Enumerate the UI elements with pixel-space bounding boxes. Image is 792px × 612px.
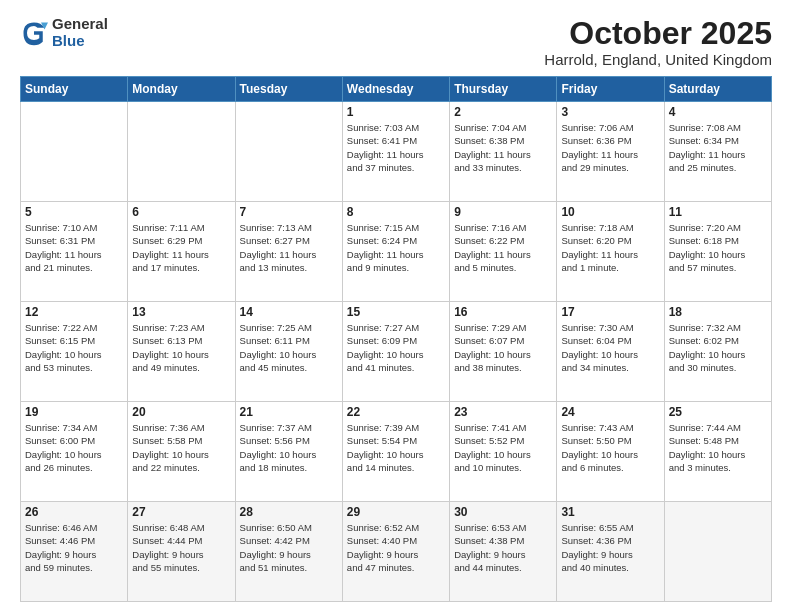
day-number: 14 <box>240 305 338 319</box>
col-monday: Monday <box>128 77 235 102</box>
day-number: 1 <box>347 105 445 119</box>
table-row: 19Sunrise: 7:34 AMSunset: 6:00 PMDayligh… <box>21 402 128 502</box>
calendar-subtitle: Harrold, England, United Kingdom <box>544 51 772 68</box>
logo: General Blue <box>20 16 108 49</box>
table-row: 18Sunrise: 7:32 AMSunset: 6:02 PMDayligh… <box>664 302 771 402</box>
day-info: Sunrise: 7:06 AMSunset: 6:36 PMDaylight:… <box>561 121 659 174</box>
table-row <box>664 502 771 602</box>
day-info: Sunrise: 7:08 AMSunset: 6:34 PMDaylight:… <box>669 121 767 174</box>
calendar-week-1: 5Sunrise: 7:10 AMSunset: 6:31 PMDaylight… <box>21 202 772 302</box>
day-info: Sunrise: 7:37 AMSunset: 5:56 PMDaylight:… <box>240 421 338 474</box>
table-row: 6Sunrise: 7:11 AMSunset: 6:29 PMDaylight… <box>128 202 235 302</box>
table-row: 11Sunrise: 7:20 AMSunset: 6:18 PMDayligh… <box>664 202 771 302</box>
day-info: Sunrise: 7:32 AMSunset: 6:02 PMDaylight:… <box>669 321 767 374</box>
table-row: 2Sunrise: 7:04 AMSunset: 6:38 PMDaylight… <box>450 102 557 202</box>
table-row: 13Sunrise: 7:23 AMSunset: 6:13 PMDayligh… <box>128 302 235 402</box>
col-sunday: Sunday <box>21 77 128 102</box>
calendar-table: Sunday Monday Tuesday Wednesday Thursday… <box>20 76 772 602</box>
day-info: Sunrise: 7:39 AMSunset: 5:54 PMDaylight:… <box>347 421 445 474</box>
col-friday: Friday <box>557 77 664 102</box>
day-info: Sunrise: 7:43 AMSunset: 5:50 PMDaylight:… <box>561 421 659 474</box>
calendar-week-0: 1Sunrise: 7:03 AMSunset: 6:41 PMDaylight… <box>21 102 772 202</box>
table-row: 12Sunrise: 7:22 AMSunset: 6:15 PMDayligh… <box>21 302 128 402</box>
logo-text: General Blue <box>52 16 108 49</box>
day-number: 4 <box>669 105 767 119</box>
day-number: 21 <box>240 405 338 419</box>
day-info: Sunrise: 7:30 AMSunset: 6:04 PMDaylight:… <box>561 321 659 374</box>
table-row: 27Sunrise: 6:48 AMSunset: 4:44 PMDayligh… <box>128 502 235 602</box>
day-number: 8 <box>347 205 445 219</box>
day-info: Sunrise: 7:20 AMSunset: 6:18 PMDaylight:… <box>669 221 767 274</box>
table-row: 21Sunrise: 7:37 AMSunset: 5:56 PMDayligh… <box>235 402 342 502</box>
table-row: 25Sunrise: 7:44 AMSunset: 5:48 PMDayligh… <box>664 402 771 502</box>
day-number: 18 <box>669 305 767 319</box>
table-row: 16Sunrise: 7:29 AMSunset: 6:07 PMDayligh… <box>450 302 557 402</box>
table-row: 7Sunrise: 7:13 AMSunset: 6:27 PMDaylight… <box>235 202 342 302</box>
table-row: 30Sunrise: 6:53 AMSunset: 4:38 PMDayligh… <box>450 502 557 602</box>
day-info: Sunrise: 7:13 AMSunset: 6:27 PMDaylight:… <box>240 221 338 274</box>
calendar-week-3: 19Sunrise: 7:34 AMSunset: 6:00 PMDayligh… <box>21 402 772 502</box>
day-number: 25 <box>669 405 767 419</box>
day-number: 10 <box>561 205 659 219</box>
header: General Blue October 2025 Harrold, Engla… <box>20 16 772 68</box>
page: General Blue October 2025 Harrold, Engla… <box>0 0 792 612</box>
title-block: October 2025 Harrold, England, United Ki… <box>544 16 772 68</box>
table-row: 5Sunrise: 7:10 AMSunset: 6:31 PMDaylight… <box>21 202 128 302</box>
day-number: 22 <box>347 405 445 419</box>
day-info: Sunrise: 7:29 AMSunset: 6:07 PMDaylight:… <box>454 321 552 374</box>
logo-general: General <box>52 16 108 33</box>
table-row: 31Sunrise: 6:55 AMSunset: 4:36 PMDayligh… <box>557 502 664 602</box>
table-row: 24Sunrise: 7:43 AMSunset: 5:50 PMDayligh… <box>557 402 664 502</box>
day-info: Sunrise: 7:04 AMSunset: 6:38 PMDaylight:… <box>454 121 552 174</box>
table-row: 20Sunrise: 7:36 AMSunset: 5:58 PMDayligh… <box>128 402 235 502</box>
table-row: 17Sunrise: 7:30 AMSunset: 6:04 PMDayligh… <box>557 302 664 402</box>
day-info: Sunrise: 7:25 AMSunset: 6:11 PMDaylight:… <box>240 321 338 374</box>
col-saturday: Saturday <box>664 77 771 102</box>
day-number: 23 <box>454 405 552 419</box>
table-row: 15Sunrise: 7:27 AMSunset: 6:09 PMDayligh… <box>342 302 449 402</box>
day-number: 24 <box>561 405 659 419</box>
day-number: 11 <box>669 205 767 219</box>
table-row: 8Sunrise: 7:15 AMSunset: 6:24 PMDaylight… <box>342 202 449 302</box>
day-info: Sunrise: 7:10 AMSunset: 6:31 PMDaylight:… <box>25 221 123 274</box>
day-number: 15 <box>347 305 445 319</box>
day-info: Sunrise: 7:16 AMSunset: 6:22 PMDaylight:… <box>454 221 552 274</box>
day-number: 16 <box>454 305 552 319</box>
day-number: 19 <box>25 405 123 419</box>
col-thursday: Thursday <box>450 77 557 102</box>
day-info: Sunrise: 6:50 AMSunset: 4:42 PMDaylight:… <box>240 521 338 574</box>
day-info: Sunrise: 6:55 AMSunset: 4:36 PMDaylight:… <box>561 521 659 574</box>
table-row <box>21 102 128 202</box>
day-number: 20 <box>132 405 230 419</box>
day-number: 27 <box>132 505 230 519</box>
logo-blue-text: Blue <box>52 33 108 50</box>
day-info: Sunrise: 6:53 AMSunset: 4:38 PMDaylight:… <box>454 521 552 574</box>
day-info: Sunrise: 7:22 AMSunset: 6:15 PMDaylight:… <box>25 321 123 374</box>
day-info: Sunrise: 7:41 AMSunset: 5:52 PMDaylight:… <box>454 421 552 474</box>
calendar-title: October 2025 <box>544 16 772 51</box>
day-info: Sunrise: 6:52 AMSunset: 4:40 PMDaylight:… <box>347 521 445 574</box>
day-number: 3 <box>561 105 659 119</box>
day-number: 6 <box>132 205 230 219</box>
table-row: 28Sunrise: 6:50 AMSunset: 4:42 PMDayligh… <box>235 502 342 602</box>
day-number: 13 <box>132 305 230 319</box>
table-row: 10Sunrise: 7:18 AMSunset: 6:20 PMDayligh… <box>557 202 664 302</box>
day-info: Sunrise: 6:46 AMSunset: 4:46 PMDaylight:… <box>25 521 123 574</box>
col-wednesday: Wednesday <box>342 77 449 102</box>
day-info: Sunrise: 7:44 AMSunset: 5:48 PMDaylight:… <box>669 421 767 474</box>
day-number: 28 <box>240 505 338 519</box>
day-number: 9 <box>454 205 552 219</box>
day-number: 29 <box>347 505 445 519</box>
day-number: 12 <box>25 305 123 319</box>
day-info: Sunrise: 7:15 AMSunset: 6:24 PMDaylight:… <box>347 221 445 274</box>
calendar-week-4: 26Sunrise: 6:46 AMSunset: 4:46 PMDayligh… <box>21 502 772 602</box>
day-number: 26 <box>25 505 123 519</box>
day-info: Sunrise: 7:03 AMSunset: 6:41 PMDaylight:… <box>347 121 445 174</box>
table-row: 14Sunrise: 7:25 AMSunset: 6:11 PMDayligh… <box>235 302 342 402</box>
day-info: Sunrise: 7:36 AMSunset: 5:58 PMDaylight:… <box>132 421 230 474</box>
col-tuesday: Tuesday <box>235 77 342 102</box>
logo-icon <box>20 19 48 47</box>
table-row: 9Sunrise: 7:16 AMSunset: 6:22 PMDaylight… <box>450 202 557 302</box>
table-row: 26Sunrise: 6:46 AMSunset: 4:46 PMDayligh… <box>21 502 128 602</box>
day-info: Sunrise: 7:18 AMSunset: 6:20 PMDaylight:… <box>561 221 659 274</box>
